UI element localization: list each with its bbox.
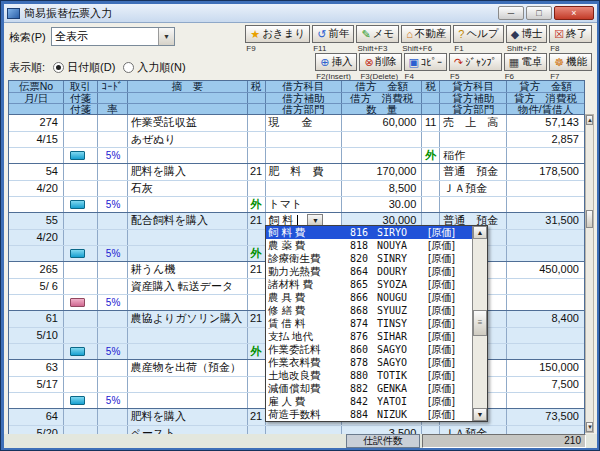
dropdown-item[interactable]: 作業衣料費878SAGYO[原価] <box>266 356 472 369</box>
cell-c5[interactable] <box>248 328 266 343</box>
ｼﾞｬﾝﾌﾟ-button[interactable]: ↷ｼﾞｬﾝﾌﾟ <box>449 53 502 71</box>
cell-c10[interactable]: 150,000 <box>507 360 584 376</box>
cell-c10[interactable] <box>507 246 584 261</box>
cell-c10[interactable]: 178,500 <box>507 164 584 180</box>
cell-c10[interactable]: 57,143 <box>507 115 584 131</box>
dropdown-item[interactable]: 雇 人 費842YATOI[原価] <box>266 395 472 408</box>
博士-button[interactable]: ◆博士 <box>506 25 547 43</box>
cell-c10[interactable]: 7,500 <box>507 377 584 392</box>
cell-c7[interactable] <box>342 148 422 163</box>
scroll-up-icon[interactable]: ▲ <box>586 115 593 125</box>
cell-c7[interactable]: 60,000 <box>342 115 422 131</box>
cell-c5[interactable] <box>248 181 266 196</box>
dropdown-item[interactable]: 動力光熱費864DOURY[原価] <box>266 265 472 278</box>
cell-c7[interactable]: 30.00 <box>342 197 422 212</box>
cell-fusen[interactable] <box>64 409 98 425</box>
機能-button[interactable]: ☸機能 <box>549 53 592 71</box>
cell-c3[interactable]: 5% <box>98 295 128 310</box>
cell-c4[interactable] <box>128 393 248 408</box>
cell-c1[interactable]: 5/17 <box>9 377 64 392</box>
cell-fusen[interactable] <box>64 246 98 261</box>
cell-c10[interactable] <box>507 230 584 245</box>
cell-c5[interactable]: 21 <box>248 409 266 425</box>
cell-fusen[interactable] <box>64 213 98 229</box>
cell-c10[interactable] <box>507 181 584 196</box>
cell-c1[interactable]: 5/10 <box>9 328 64 343</box>
cell-c4[interactable]: 肥料を購入 <box>128 164 248 180</box>
cell-c5[interactable] <box>248 132 266 147</box>
cell-c1[interactable]: 64 <box>9 409 64 425</box>
cell-c1[interactable]: 5/ 6 <box>9 279 64 294</box>
終了-button[interactable]: ☒終了 <box>549 25 592 43</box>
cell-c3[interactable] <box>98 377 128 392</box>
dropdown-scrollbar[interactable]: ▲ ▼ <box>472 226 487 421</box>
dropdown-item[interactable]: 農 具 費866NOUGU[原価] <box>266 291 472 304</box>
cell-c4[interactable]: 配合飼料を購入 <box>128 213 248 229</box>
cell-c1[interactable]: 274 <box>9 115 64 131</box>
cell-c5[interactable]: 外 <box>248 344 266 359</box>
dropdown-item[interactable]: 飼 料 費816SIRYO[原価] <box>266 226 472 239</box>
cell-c3[interactable]: 5% <box>98 246 128 261</box>
cell-c1[interactable]: 54 <box>9 164 64 180</box>
cell-c5[interactable]: 21 <box>248 213 266 229</box>
cell-c4[interactable] <box>128 377 248 392</box>
cell-c5[interactable]: 21 <box>248 164 266 180</box>
cell-c4[interactable] <box>128 230 248 245</box>
radio-input-order[interactable]: 入力順(N) <box>123 60 185 75</box>
cell-c1[interactable] <box>9 246 64 261</box>
cell-c4[interactable]: 肥料を購入 <box>128 409 248 425</box>
cell-fusen[interactable] <box>64 164 98 180</box>
cell-fusen[interactable] <box>64 295 98 310</box>
cell-c3[interactable] <box>98 181 128 196</box>
cell-c10[interactable]: 2,857 <box>507 132 584 147</box>
dropdown-item[interactable]: 農 薬 費818NOUYA[原価] <box>266 239 472 252</box>
scroll-up-icon[interactable]: ▲ <box>473 226 487 239</box>
前年-button[interactable]: ↺前年 <box>312 25 354 43</box>
cell-c8[interactable]: 11 <box>422 115 440 131</box>
dropdown-item[interactable]: 土地改良費880TOTIK[原価] <box>266 369 472 382</box>
cell-c3[interactable]: 5% <box>98 344 128 359</box>
radio-date-order[interactable]: 日付順(D) <box>53 60 115 75</box>
cell-fusen[interactable] <box>64 262 98 278</box>
cell-c1[interactable]: 55 <box>9 213 64 229</box>
cell-c3[interactable]: 5% <box>98 148 128 163</box>
cell-c7[interactable]: 8,500 <box>342 181 422 196</box>
cell-c6[interactable] <box>266 132 343 147</box>
cell-c4[interactable]: 石灰 <box>128 181 248 196</box>
cell-c3[interactable] <box>98 279 128 294</box>
cell-c5[interactable] <box>248 148 266 163</box>
cell-c3[interactable] <box>98 328 128 343</box>
cell-c5[interactable]: 外 <box>248 197 266 212</box>
cell-c1[interactable] <box>9 295 64 310</box>
メモ-button[interactable]: ✎メモ <box>356 25 399 43</box>
dropdown-item[interactable]: 減価償却費882GENKA[原価] <box>266 382 472 395</box>
cell-c3[interactable] <box>98 311 128 327</box>
cell-c3[interactable] <box>98 164 128 180</box>
cell-c1[interactable] <box>9 344 64 359</box>
cell-c9[interactable] <box>440 197 507 212</box>
dropdown-item[interactable]: 支払 地代876SIHAR[原価] <box>266 330 472 343</box>
cell-c6[interactable]: 肥 料 費 <box>266 164 343 180</box>
cell-c8[interactable] <box>422 132 440 147</box>
cell-c3[interactable]: 5% <box>98 393 128 408</box>
cell-fusen[interactable] <box>64 344 98 359</box>
cell-c10[interactable]: 8,400 <box>507 311 584 327</box>
cell-c4[interactable]: 耕うん機 <box>128 262 248 278</box>
cell-fusen[interactable] <box>64 279 98 294</box>
cell-c3[interactable]: 5% <box>98 197 128 212</box>
cell-c5[interactable]: 外 <box>248 246 266 261</box>
cell-fusen[interactable] <box>64 230 98 245</box>
cell-c4[interactable]: あぜぬり <box>128 132 248 147</box>
cell-c9[interactable]: ＪＡ預金 <box>440 181 507 196</box>
cell-c4[interactable] <box>128 328 248 343</box>
cell-c1[interactable] <box>9 148 64 163</box>
電卓-button[interactable]: ▦電卓 <box>504 53 547 71</box>
cell-c8[interactable]: 外 <box>422 148 440 163</box>
cell-c6[interactable] <box>266 181 343 196</box>
cell-c1[interactable]: 63 <box>9 360 64 376</box>
不動産-button[interactable]: ⌂不動産 <box>401 25 451 43</box>
search-combobox[interactable]: 全表示 ▼ <box>51 27 175 46</box>
minimize-button[interactable]: ─ <box>498 6 524 20</box>
cell-c5[interactable] <box>248 115 266 131</box>
cell-c10[interactable] <box>507 295 584 310</box>
